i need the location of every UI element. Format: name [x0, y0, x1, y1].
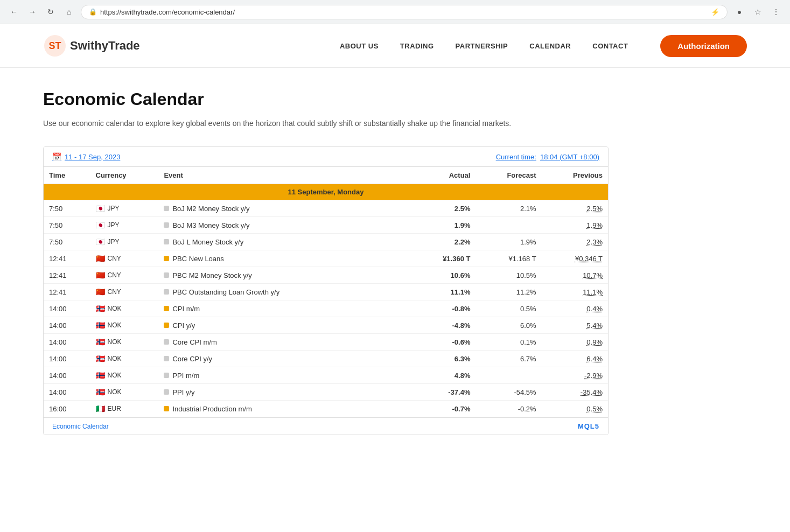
- cell-event: PPI m/m: [158, 367, 413, 384]
- col-header-event: Event: [158, 167, 413, 184]
- browser-chrome: ← → ↻ ⌂ 🔒 https://swithytrade.com/econom…: [0, 0, 790, 24]
- cell-actual: -0.7%: [413, 401, 476, 417]
- event-name: Core CPI m/m: [172, 338, 216, 346]
- auth-button[interactable]: Authorization: [660, 35, 747, 57]
- cell-forecast: -0.2%: [476, 401, 541, 417]
- cell-actual: -0.8%: [413, 300, 476, 317]
- cell-event: PPI y/y: [158, 384, 413, 401]
- bookmark-button[interactable]: ☆: [750, 4, 765, 19]
- currency-code: NOK: [108, 305, 122, 312]
- impact-dot: [164, 289, 169, 295]
- flag-icon: 🇳🇴: [96, 388, 105, 396]
- flag-icon: 🇨🇳: [96, 288, 105, 296]
- cell-currency: 🇯🇵 JPY: [90, 200, 159, 217]
- cell-forecast: ¥1.168 T: [476, 250, 541, 267]
- currency-code: EUR: [108, 405, 121, 412]
- currency-code: NOK: [108, 355, 122, 362]
- nav-trading[interactable]: TRADING: [400, 42, 434, 50]
- cal-current-time: Current time: 18:04 (GMT +8:00): [496, 153, 599, 161]
- cell-event: BoJ L Money Stock y/y: [158, 234, 413, 250]
- cell-currency: 🇨🇳 CNY: [90, 267, 159, 284]
- svg-text:ST: ST: [48, 40, 61, 51]
- cal-table-body: 11 September, Monday7:50 🇯🇵 JPY BoJ M2 M…: [44, 184, 608, 417]
- cal-time-value[interactable]: 18:04 (GMT +8:00): [540, 153, 599, 161]
- table-row: 12:41 🇨🇳 CNY PBC New Loans ¥1.360 T¥1.16…: [44, 250, 608, 267]
- flag-icon: 🇳🇴: [96, 304, 105, 313]
- cell-actual: ¥1.360 T: [413, 250, 476, 267]
- cell-currency: 🇳🇴 NOK: [90, 300, 159, 317]
- nav-partnership[interactable]: PARTNERSHIP: [456, 42, 508, 50]
- nav-contact[interactable]: CONTACT: [592, 42, 628, 50]
- event-name: CPI y/y: [172, 321, 195, 330]
- event-name: PBC M2 Money Stock y/y: [172, 271, 251, 279]
- table-row: 14:00 🇳🇴 NOK PPI y/y -37.4%-54.5%-35.4%: [44, 384, 608, 401]
- cell-previous: 0.5%: [542, 401, 608, 417]
- reload-button[interactable]: ↻: [43, 4, 58, 19]
- cell-forecast: 0.5%: [476, 300, 541, 317]
- section-header-row: 11 September, Monday: [44, 184, 608, 200]
- event-name: CPI m/m: [172, 305, 200, 313]
- currency-code: JPY: [108, 238, 120, 246]
- calendar-icon: 📅: [52, 152, 61, 161]
- flag-icon: 🇯🇵: [96, 204, 105, 213]
- cell-currency: 🇳🇴 NOK: [90, 384, 159, 401]
- flag-icon: 🇮🇹: [96, 404, 105, 413]
- home-button[interactable]: ⌂: [61, 4, 76, 19]
- extensions-button[interactable]: ●: [732, 4, 747, 19]
- browser-nav-buttons: ← → ↻ ⌂: [6, 4, 76, 19]
- impact-dot: [164, 373, 169, 378]
- cell-forecast: -54.5%: [476, 384, 541, 401]
- impact-dot: [164, 256, 169, 261]
- cal-date-range-text: 11 - 17 Sep, 2023: [65, 153, 120, 161]
- cell-currency: 🇮🇹 EUR: [90, 401, 159, 417]
- impact-dot: [164, 356, 169, 361]
- main-content: Economic Calendar Use our economic calen…: [0, 68, 790, 457]
- forward-button[interactable]: →: [25, 4, 40, 19]
- event-name: PBC Outstanding Loan Growth y/y: [172, 288, 279, 296]
- cell-currency: 🇳🇴 NOK: [90, 317, 159, 334]
- cell-time: 14:00: [44, 384, 90, 401]
- cal-date-range[interactable]: 📅 11 - 17 Sep, 2023: [52, 152, 120, 161]
- menu-button[interactable]: ⋮: [768, 4, 784, 19]
- event-name: BoJ M3 Money Stock y/y: [172, 221, 249, 229]
- back-button[interactable]: ←: [6, 4, 22, 19]
- cal-footer-link[interactable]: Economic Calendar: [52, 423, 109, 430]
- table-row: 14:00 🇳🇴 NOK CPI y/y -4.8%6.0%5.4%: [44, 317, 608, 334]
- cal-table-wrapper[interactable]: Time Currency Event Actual Forecast Prev…: [44, 167, 608, 417]
- cell-forecast: 10.5%: [476, 267, 541, 284]
- cell-forecast: [476, 367, 541, 384]
- flag-icon: 🇯🇵: [96, 237, 105, 246]
- site-header: ST SwithyTrade ABOUT US TRADING PARTNERS…: [0, 24, 790, 68]
- impact-dot: [164, 206, 169, 211]
- lock-icon: 🔒: [89, 8, 97, 16]
- currency-code: NOK: [108, 338, 122, 346]
- logo-text: SwithyTrade: [70, 39, 140, 53]
- table-row: 14:00 🇳🇴 NOK PPI m/m 4.8%-2.9%: [44, 367, 608, 384]
- cell-event: BoJ M3 Money Stock y/y: [158, 217, 413, 234]
- cell-event: PBC New Loans: [158, 250, 413, 267]
- cell-forecast: 11.2%: [476, 284, 541, 300]
- cell-time: 7:50: [44, 234, 90, 250]
- flag-icon: 🇳🇴: [96, 371, 105, 380]
- cell-time: 7:50: [44, 217, 90, 234]
- calendar-widget: 📅 11 - 17 Sep, 2023 Current time: 18:04 …: [43, 146, 609, 435]
- cal-footer: Economic Calendar MQL5: [44, 417, 608, 435]
- address-bar[interactable]: 🔒 https://swithytrade.com/economic-calen…: [81, 5, 728, 19]
- cell-event: Industrial Production m/m: [158, 401, 413, 417]
- nav-about-us[interactable]: ABOUT US: [340, 42, 379, 50]
- cell-event: PBC Outstanding Loan Growth y/y: [158, 284, 413, 300]
- currency-code: NOK: [108, 321, 122, 329]
- address-url: https://swithytrade.com/economic-calenda…: [100, 8, 708, 16]
- cell-previous: -35.4%: [542, 384, 608, 401]
- flag-icon: 🇳🇴: [96, 338, 105, 346]
- page-wrapper: ST SwithyTrade ABOUT US TRADING PARTNERS…: [0, 24, 790, 457]
- nav-menu: ABOUT US TRADING PARTNERSHIP CALENDAR CO…: [340, 42, 628, 50]
- cal-header: 📅 11 - 17 Sep, 2023 Current time: 18:04 …: [44, 147, 608, 167]
- cell-currency: 🇯🇵 JPY: [90, 217, 159, 234]
- cell-time: 14:00: [44, 334, 90, 351]
- nav-calendar[interactable]: CALENDAR: [529, 42, 571, 50]
- cell-currency: 🇨🇳 CNY: [90, 250, 159, 267]
- cell-forecast: 1.9%: [476, 234, 541, 250]
- table-row: 7:50 🇯🇵 JPY BoJ M3 Money Stock y/y 1.9%1…: [44, 217, 608, 234]
- flag-icon: 🇨🇳: [96, 271, 105, 279]
